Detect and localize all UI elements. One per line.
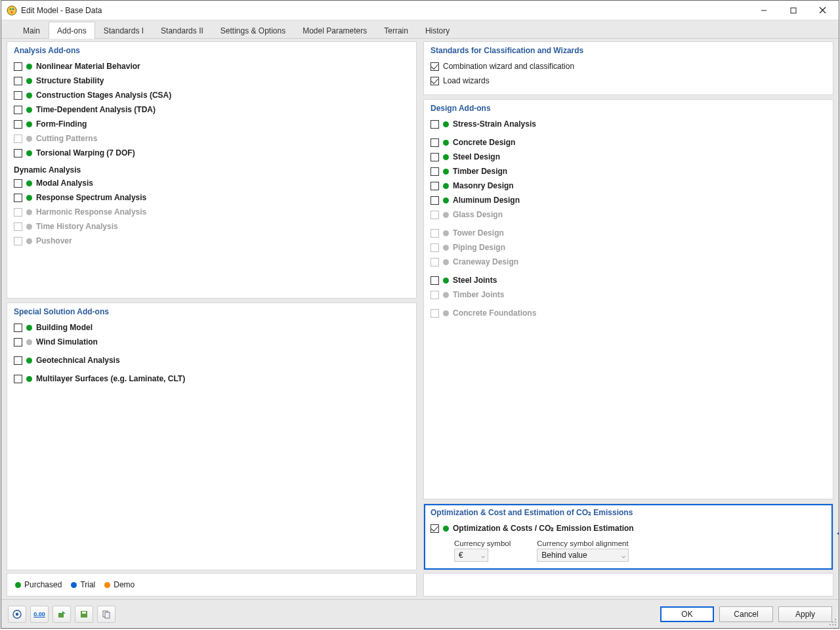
status-dot bbox=[443, 198, 449, 203]
close-button[interactable] bbox=[808, 1, 837, 20]
checkbox[interactable] bbox=[430, 62, 439, 71]
checkbox-row: Pushover bbox=[14, 234, 410, 248]
checkbox[interactable] bbox=[430, 167, 439, 176]
checkbox-row: Wind Simulation bbox=[14, 335, 410, 349]
status-dot bbox=[443, 310, 449, 316]
svg-point-1 bbox=[10, 8, 12, 10]
checkbox-row: Piping Design bbox=[430, 240, 826, 255]
tool-export-button[interactable] bbox=[52, 606, 71, 623]
cancel-button[interactable]: Cancel bbox=[719, 606, 773, 622]
checkbox bbox=[430, 258, 439, 266]
svg-point-2 bbox=[12, 8, 14, 10]
title-bar: Edit Model - Base Data bbox=[1, 1, 839, 20]
checkbox[interactable] bbox=[14, 62, 22, 71]
checkbox[interactable] bbox=[430, 153, 439, 161]
checkbox-label: Modal Analysis bbox=[36, 178, 93, 188]
checkbox-label: Time History Analysis bbox=[36, 222, 118, 231]
tab-standards-i[interactable]: Standards I bbox=[95, 22, 152, 39]
checkbox-label: Masonry Design bbox=[453, 181, 514, 190]
checkbox-label: Concrete Foundations bbox=[453, 308, 536, 318]
checkbox[interactable] bbox=[14, 324, 22, 332]
checkbox-row: Harmonic Response Analysis bbox=[14, 205, 410, 219]
status-dot bbox=[443, 140, 449, 146]
status-dot bbox=[26, 209, 32, 215]
svg-point-3 bbox=[11, 11, 13, 13]
tab-settings-options[interactable]: Settings & Options bbox=[212, 22, 294, 39]
panel-title: Optimization & Cost and Estimation of CO… bbox=[430, 508, 826, 517]
tab-history[interactable]: History bbox=[417, 22, 458, 39]
optimization-fields: Currency symbol € ⌵ Currency symbol alig… bbox=[430, 539, 826, 562]
status-dot bbox=[26, 64, 32, 70]
panel-title: Analysis Add-ons bbox=[14, 46, 410, 55]
chevron-down-icon: ⌵ bbox=[481, 552, 485, 559]
minimize-button[interactable] bbox=[749, 1, 778, 20]
svg-rect-5 bbox=[791, 8, 796, 13]
svg-point-10 bbox=[16, 612, 18, 615]
tab-add-ons[interactable]: Add-ons bbox=[49, 22, 95, 39]
tab-model-parameters[interactable]: Model Parameters bbox=[294, 22, 375, 39]
checkbox-label: Steel Joints bbox=[453, 276, 497, 285]
tab-terrain[interactable]: Terrain bbox=[375, 22, 417, 39]
app-icon bbox=[7, 5, 17, 16]
checkbox-row: Building Model bbox=[14, 320, 410, 335]
checkbox[interactable] bbox=[14, 338, 22, 346]
checkbox-optimization[interactable] bbox=[430, 524, 439, 533]
status-dot bbox=[26, 136, 32, 142]
svg-rect-13 bbox=[82, 612, 86, 614]
status-dot bbox=[26, 180, 32, 186]
checkbox[interactable] bbox=[14, 194, 22, 202]
checkbox[interactable] bbox=[14, 179, 22, 188]
checkbox-row: Load wizards bbox=[430, 74, 826, 88]
status-dot bbox=[443, 230, 449, 236]
status-dot bbox=[26, 78, 32, 84]
checkbox-row: Time-Dependent Analysis (TDA) bbox=[14, 102, 410, 117]
checkbox-row: Multilayer Surfaces (e.g. Laminate, CLT) bbox=[14, 371, 410, 386]
checkbox-label: Tower Design bbox=[453, 228, 504, 238]
checkbox-row: Modal Analysis bbox=[14, 176, 410, 190]
currency-select[interactable]: € ⌵ bbox=[454, 549, 488, 562]
checkbox[interactable] bbox=[14, 375, 22, 383]
checkbox-row: Timber Design bbox=[430, 164, 826, 178]
status-dot bbox=[26, 325, 32, 331]
checkbox-label: Steel Design bbox=[453, 152, 500, 161]
bottom-bar: 0.00 OK Cancel Apply bbox=[1, 599, 839, 628]
checkbox-row: Geotechnical Analysis bbox=[14, 353, 410, 368]
tab-standards-ii[interactable]: Standards II bbox=[152, 22, 212, 39]
maximize-button[interactable] bbox=[778, 1, 808, 20]
checkbox[interactable] bbox=[14, 91, 22, 100]
checkbox[interactable] bbox=[430, 182, 439, 190]
tab-main[interactable]: Main bbox=[14, 22, 49, 39]
panel-special: Special Solution Add-ons Building ModelW… bbox=[7, 303, 417, 570]
checkbox[interactable] bbox=[14, 120, 22, 129]
alignment-select[interactable]: Behind value ⌵ bbox=[537, 549, 629, 562]
checkbox-label: Timber Design bbox=[453, 167, 507, 176]
tool-units-button[interactable]: 0.00 bbox=[30, 606, 49, 623]
checkbox-row: Optimization & Costs / CO₂ Emission Esti… bbox=[430, 521, 826, 536]
tool-help-button[interactable] bbox=[8, 606, 26, 623]
checkbox[interactable] bbox=[430, 77, 439, 85]
ok-button[interactable]: OK bbox=[660, 606, 714, 622]
tool-save-button[interactable] bbox=[75, 606, 93, 623]
tool-copy-button[interactable] bbox=[97, 606, 116, 623]
legend-panel-right bbox=[423, 573, 833, 597]
checkbox[interactable] bbox=[14, 106, 22, 114]
status-dot bbox=[443, 154, 449, 160]
checkbox[interactable] bbox=[430, 120, 439, 129]
checkbox[interactable] bbox=[14, 149, 22, 158]
checkbox[interactable] bbox=[430, 138, 439, 147]
checkbox[interactable] bbox=[430, 276, 439, 285]
checkbox-label: Cutting Patterns bbox=[36, 134, 97, 143]
checkbox-row: Cutting Patterns bbox=[14, 131, 410, 146]
checkbox[interactable] bbox=[14, 356, 22, 365]
checkbox[interactable] bbox=[14, 77, 22, 85]
status-dot bbox=[26, 238, 32, 244]
chevron-down-icon: ⌵ bbox=[621, 552, 625, 559]
resize-grip-icon[interactable] bbox=[829, 618, 837, 626]
apply-button[interactable]: Apply bbox=[778, 606, 832, 622]
checkbox-label: Multilayer Surfaces (e.g. Laminate, CLT) bbox=[36, 374, 185, 383]
legend-panel: Purchased Trial Demo bbox=[7, 573, 417, 597]
checkbox[interactable] bbox=[430, 196, 439, 205]
checkbox-label: Aluminum Design bbox=[453, 196, 520, 205]
checkbox-label: Nonlinear Material Behavior bbox=[36, 62, 140, 71]
checkbox-label: Optimization & Costs / CO₂ Emission Esti… bbox=[453, 524, 634, 533]
